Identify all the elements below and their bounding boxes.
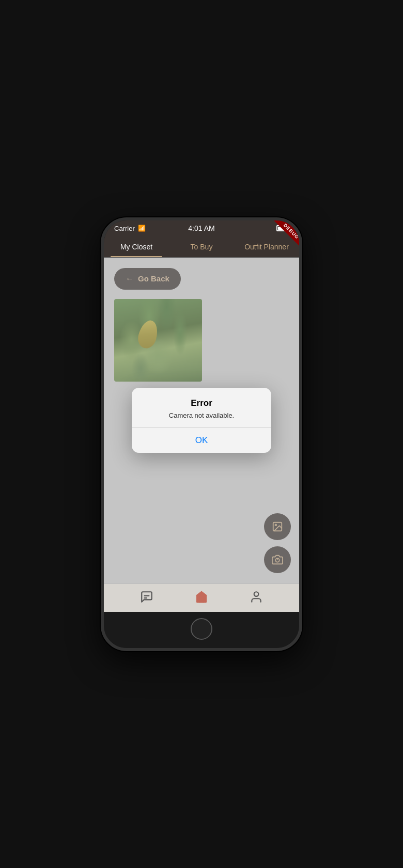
status-bar: Carrier 📶 4:01 AM DEBUG — [104, 220, 299, 235]
error-dialog: Error Camera not available. OK — [132, 388, 271, 453]
tab-to-buy[interactable]: To Buy — [169, 235, 234, 257]
dialog-header: Error Camera not available. — [132, 388, 271, 428]
dialog-title: Error — [144, 398, 259, 408]
profile-icon[interactable] — [250, 590, 263, 607]
carrier-label: Carrier — [114, 225, 135, 232]
status-left: Carrier 📶 — [114, 225, 146, 232]
home-button-area — [104, 612, 299, 648]
phone-frame: Carrier 📶 4:01 AM DEBUG My Closet To Buy… — [101, 217, 302, 651]
chat-icon[interactable] — [140, 590, 153, 607]
dialog-button-row: OK — [132, 428, 271, 453]
dialog-overlay: Error Camera not available. OK — [104, 258, 299, 583]
home-icon[interactable] — [195, 590, 208, 607]
home-physical-button[interactable] — [191, 618, 212, 640]
dialog-message: Camera not available. — [144, 412, 259, 419]
tab-bar: My Closet To Buy Outfit Planner — [104, 235, 299, 258]
time-label: 4:01 AM — [188, 224, 214, 232]
bottom-bar — [104, 583, 299, 612]
tab-my-closet[interactable]: My Closet — [104, 235, 169, 257]
dialog-ok-button[interactable]: OK — [132, 428, 271, 453]
battery-indicator — [276, 225, 289, 231]
tab-outfit-planner[interactable]: Outfit Planner — [234, 235, 299, 257]
svg-point-6 — [254, 592, 259, 596]
main-content: ← Go Back Error Camera not available. OK — [104, 258, 299, 583]
wifi-icon: 📶 — [138, 225, 146, 232]
battery-icon — [276, 225, 289, 231]
